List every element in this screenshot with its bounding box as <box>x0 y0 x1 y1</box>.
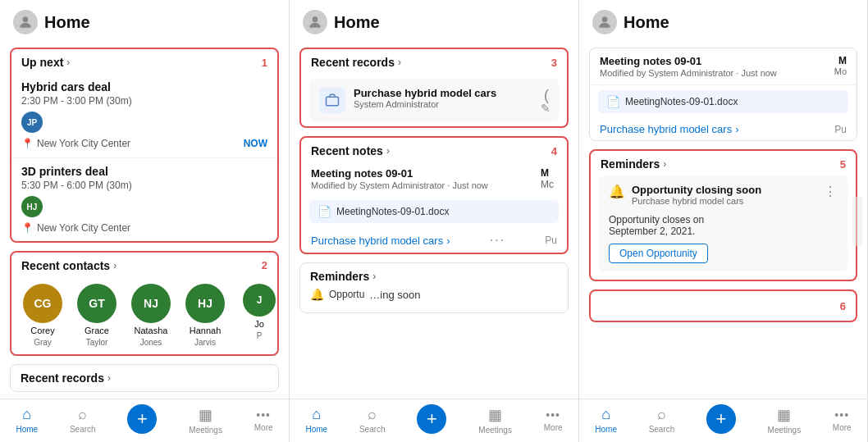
nav-home-label: Home <box>16 425 38 434</box>
alarm-icon: 🔔 <box>609 184 625 199</box>
avatar-3 <box>592 10 617 34</box>
reminders-card-3: Reminders › 5 🔔 Opportunity closing soon… <box>589 149 857 281</box>
nav-meetings-label-2: Meetings <box>478 426 512 435</box>
reminder-item-3: 🔔 Opportunity closing soon Purchase hybr… <box>599 175 847 271</box>
search-icon: ⌕ <box>78 406 87 423</box>
nav-meetings-1[interactable]: ▦ Meetings <box>189 406 222 435</box>
recent-contacts-card: Recent contacts › 2 CG Corey Gray GT Gra… <box>10 251 279 356</box>
nav-search-label-2: Search <box>359 425 386 434</box>
recent-contacts-header: Recent contacts › 2 <box>11 253 277 277</box>
record-subtitle-1: System Administrator <box>354 99 521 109</box>
panel-2-header: Home <box>290 0 578 41</box>
note-attachment-3: 📄 MeetingNotes-09-01.docx <box>598 90 848 113</box>
reminders-partial-2: Reminders › 🔔 Opportu …ing soon <box>299 262 569 313</box>
nav-more-3[interactable]: ••• More <box>833 408 852 432</box>
contact-hj[interactable]: HJ Hannah Jarvis <box>184 284 226 347</box>
nav-home-label-2: Home <box>305 425 327 434</box>
nav-more-2[interactable]: ••• More <box>544 408 563 432</box>
page-title-2: Home <box>334 13 380 32</box>
section6-number: 6 <box>840 300 846 312</box>
nav-meetings-2[interactable]: ▦ Meetings <box>478 406 512 435</box>
reminders-title-3: Reminders <box>601 157 660 171</box>
contact-gt[interactable]: GT Grace Taylor <box>75 284 118 347</box>
event-item-2[interactable]: 3D printers deal 5:30 PM - 6:00 PM (30m)… <box>11 158 277 242</box>
bottom-nav-2: ⌂ Home ⌕ Search + ▦ Meetings ••• More <box>290 399 578 442</box>
nav-search-1[interactable]: ⌕ Search <box>70 406 96 434</box>
panel-3: Home Meeting notes 09-01 Modified by Sys… <box>579 0 868 442</box>
nav-meetings-label-3: Meetings <box>768 426 802 435</box>
panel-1-content: Up next › 1 Hybrid cars deal 2:30 PM - 3… <box>0 41 289 399</box>
nav-more-label-2: More <box>544 423 563 432</box>
doc-icon: 📄 <box>318 205 331 218</box>
meetings-icon-2: ▦ <box>488 406 502 424</box>
recent-contacts-number: 2 <box>262 259 267 271</box>
attachment-name-2: MeetingNotes-09-01.docx <box>336 206 449 217</box>
nav-home-1[interactable]: ⌂ Home <box>16 406 38 434</box>
note-link-3[interactable]: Purchase hybrid model cars › <box>600 123 738 135</box>
avatar-2 <box>303 10 327 34</box>
search-icon-2: ⌕ <box>368 406 377 423</box>
nav-more-1[interactable]: ••• More <box>254 408 273 432</box>
fab-button-3[interactable]: + <box>706 404 736 434</box>
event-time-1: 2:30 PM - 3:00 PM (30m) <box>21 95 267 107</box>
nav-home-3[interactable]: ⌂ Home <box>595 406 617 434</box>
svg-point-0 <box>23 16 29 22</box>
contact-cg[interactable]: CG Corey Gray <box>21 284 64 347</box>
event-location-2: 📍 New York City Center <box>21 222 130 234</box>
nav-search-3[interactable]: ⌕ Search <box>649 406 675 434</box>
home-icon-2: ⌂ <box>312 406 321 423</box>
recent-records-title-2: Recent records <box>311 56 395 69</box>
nav-fab-3[interactable]: + <box>706 404 736 435</box>
contact-nj[interactable]: NJ Natasha Jones <box>130 284 172 347</box>
edit-icon: ✎ <box>541 102 550 115</box>
fab-button[interactable]: + <box>127 404 157 434</box>
attachment-name-3: MeetingNotes-09-01.docx <box>625 96 738 107</box>
notes-detail-card: Meeting notes 09-01 Modified by System A… <box>589 48 857 141</box>
bottom-nav-1: ⌂ Home ⌕ Search + ▦ Meetings ••• More <box>0 399 289 442</box>
nav-meetings-label: Meetings <box>189 426 222 435</box>
more-icon: ••• <box>256 408 271 421</box>
reminder-subtitle-3: Purchase hybrid model cars <box>632 196 817 206</box>
recent-records-partial: Recent records › <box>10 364 279 392</box>
home-icon: ⌂ <box>22 406 31 423</box>
nav-search-2[interactable]: ⌕ Search <box>359 406 386 434</box>
note-attachment-2: 📄 MeetingNotes-09-01.docx <box>309 200 559 223</box>
event-badge-1: JP <box>21 112 43 133</box>
open-opportunity-btn[interactable]: Open Opportunity <box>609 244 708 263</box>
up-next-header: Up next › 1 <box>11 49 277 74</box>
nav-search-label: Search <box>70 425 96 434</box>
note-title-3: Meeting notes 09-01 <box>600 55 824 67</box>
nav-fab-1[interactable]: + <box>127 404 157 435</box>
record-item-1[interactable]: Purchase hybrid model cars System Admini… <box>309 79 559 121</box>
note-meta-3: Modified by System Administrator · Just … <box>600 68 824 78</box>
more-icon-3: ••• <box>834 408 849 421</box>
nav-fab-2[interactable]: + <box>417 404 446 435</box>
event-badge-2: HJ <box>21 196 43 217</box>
fab-button-2[interactable]: + <box>417 404 446 434</box>
recent-contacts-chevron: › <box>113 260 116 271</box>
nav-more-label: More <box>254 423 273 432</box>
panel-2: Home Recent records › 3 Purchas <box>290 0 579 442</box>
contact-j[interactable]: J Jo P <box>238 284 277 347</box>
event-item-1[interactable]: Hybrid cars deal 2:30 PM - 3:00 PM (30m)… <box>11 74 277 158</box>
search-icon-3: ⌕ <box>657 406 666 423</box>
recent-records-header-2: Recent records › 3 <box>301 49 567 74</box>
event-time-2: 5:30 PM - 6:00 PM (30m) <box>21 180 267 191</box>
event-now-1: NOW <box>244 138 267 149</box>
up-next-chevron: › <box>66 57 70 68</box>
up-next-number: 1 <box>262 57 267 69</box>
svg-point-1 <box>313 16 318 22</box>
event-location-1: 📍 New York City Center <box>21 138 130 149</box>
recent-records-card-2: Recent records › 3 Purchase hybrid model… <box>299 48 569 128</box>
up-next-card: Up next › 1 Hybrid cars deal 2:30 PM - 3… <box>10 48 279 243</box>
nav-home-2[interactable]: ⌂ Home <box>305 406 327 434</box>
doc-icon-3: 📄 <box>606 95 620 108</box>
recent-notes-number-2: 4 <box>551 145 557 157</box>
note-link-2[interactable]: Purchase hybrid model cars › <box>311 235 450 247</box>
panel-3-header: Home <box>579 0 867 41</box>
section6-card: 6 <box>589 289 857 322</box>
page-title: Home <box>44 13 90 32</box>
nav-meetings-3[interactable]: ▦ Meetings <box>768 406 802 435</box>
panel-2-content: Recent records › 3 Purchase hybrid model… <box>290 41 578 399</box>
reminder-more-3: ⋮ <box>824 184 838 199</box>
